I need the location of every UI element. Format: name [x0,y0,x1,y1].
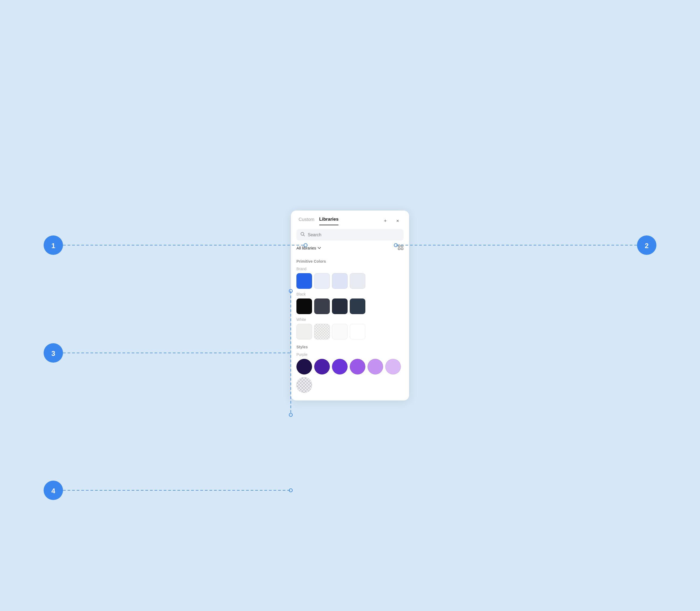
section-title-primitive: Primitive Colors [296,259,404,264]
panel-header: Custom Libraries + × [291,211,409,225]
swatch[interactable] [385,359,401,374]
svg-rect-3 [401,245,403,247]
tab-custom[interactable]: Custom [299,217,315,225]
swatch[interactable] [314,298,330,314]
add-button[interactable]: + [381,217,389,225]
chevron-down-icon [317,246,321,250]
panel-content: Primitive Colors Brand Black White Style… [291,254,409,400]
swatch[interactable] [314,273,330,289]
svg-point-19 [289,413,292,417]
swatch[interactable] [314,359,330,374]
svg-line-1 [303,235,304,236]
white-swatches [296,324,404,340]
group-label-black: Black [296,292,404,296]
filter-label: All libraries [296,246,316,250]
search-icon [300,232,305,238]
svg-point-23 [289,489,292,492]
brand-swatches [296,273,404,289]
close-button[interactable]: × [394,217,401,225]
svg-text:3: 3 [51,349,55,357]
transparent-swatches [296,377,404,393]
swatch[interactable] [296,324,312,340]
swatch-transparent[interactable] [296,377,312,393]
group-label-purple: Purple [296,352,404,357]
swatch[interactable] [350,273,365,289]
libraries-panel: Custom Libraries + × All libraries [291,210,409,401]
svg-text:2: 2 [645,242,649,250]
swatch[interactable] [332,359,348,374]
swatch[interactable] [332,273,348,289]
swatch[interactable] [296,273,312,289]
svg-point-6 [44,236,63,255]
swatch[interactable] [350,324,365,340]
swatch[interactable] [332,298,348,314]
group-label-brand: Brand [296,267,404,271]
svg-rect-5 [401,248,403,250]
svg-rect-2 [398,245,400,247]
swatch[interactable] [350,359,365,374]
group-label-white: White [296,317,404,322]
swatch[interactable] [296,298,312,314]
svg-point-10 [637,236,656,255]
search-bar[interactable] [296,229,404,241]
swatch[interactable] [296,359,312,374]
filter-bar: All libraries [291,241,409,254]
purple-swatches [296,359,404,374]
swatch[interactable] [314,324,330,340]
section-title-styles: Styles [296,345,404,349]
swatch[interactable] [332,324,348,340]
black-swatches [296,298,404,314]
svg-rect-4 [398,248,400,250]
swatch[interactable] [367,359,383,374]
grid-view-icon[interactable] [398,244,404,252]
svg-point-20 [44,481,63,500]
svg-point-14 [44,343,63,363]
tab-libraries[interactable]: Libraries [319,217,339,225]
search-input[interactable] [308,233,400,237]
all-libraries-dropdown[interactable]: All libraries [296,246,321,250]
svg-text:4: 4 [51,487,56,495]
svg-text:1: 1 [51,242,55,250]
swatch[interactable] [350,298,365,314]
